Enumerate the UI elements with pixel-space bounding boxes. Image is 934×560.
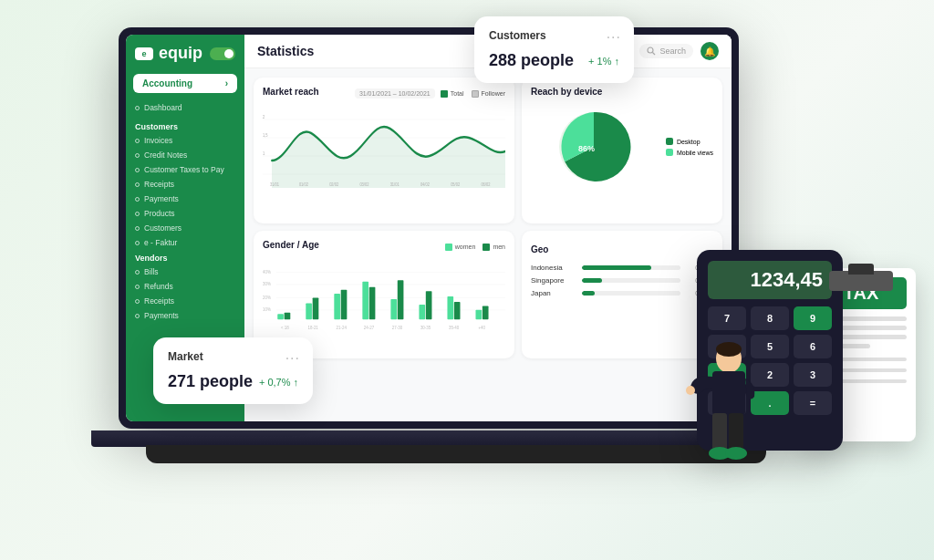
search-bar[interactable]: Search xyxy=(639,44,693,58)
page-title: Statistics xyxy=(257,44,314,58)
svg-text:31/01: 31/01 xyxy=(390,181,400,187)
customers-section-label: Customers xyxy=(126,119,244,133)
svg-text:30-35: 30-35 xyxy=(420,326,431,330)
market-reach-title: Market reach xyxy=(263,87,319,97)
sidebar-item-receipts-vend[interactable]: Receipts xyxy=(126,294,244,308)
svg-rect-36 xyxy=(398,280,404,319)
sidebar-item-payments-cust[interactable]: Payments xyxy=(126,192,244,206)
svg-rect-28 xyxy=(285,313,291,319)
market-reach-card: Market reach 31/01/2021 – 10/02/2021 Tot… xyxy=(254,78,514,223)
svg-rect-42 xyxy=(483,306,489,319)
dot-icon xyxy=(135,197,140,202)
svg-text:+40: +40 xyxy=(478,326,485,330)
sidebar-item-refunds[interactable]: Refunds xyxy=(126,279,244,294)
date-range: 31/01/2021 – 10/02/2021 xyxy=(355,88,435,99)
geo-title: Geo xyxy=(531,244,548,254)
market-card-menu-dots[interactable]: ··· xyxy=(285,350,300,367)
calc-btn-3[interactable]: 3 xyxy=(794,363,832,387)
pie-chart-area: 86% xyxy=(531,106,657,188)
svg-text:2: 2 xyxy=(263,113,265,119)
svg-text:05/02: 05/02 xyxy=(451,181,460,187)
sidebar-item-invoices[interactable]: Invoices xyxy=(126,133,244,148)
vendors-section-label: Vendors xyxy=(126,250,244,264)
svg-rect-37 xyxy=(419,305,425,319)
japan-bar xyxy=(582,291,595,296)
svg-text:21-24: 21-24 xyxy=(337,326,348,330)
sidebar-item-payments-vend[interactable]: Payments xyxy=(126,308,244,323)
logo-icon: e xyxy=(135,47,153,60)
svg-text:30%: 30% xyxy=(263,282,271,286)
clipboard-clip xyxy=(848,264,874,275)
dot-icon xyxy=(135,226,140,231)
svg-text:< 18: < 18 xyxy=(281,326,289,330)
search-icon xyxy=(647,47,656,56)
dot-icon xyxy=(135,153,140,158)
calc-btn-6[interactable]: 6 xyxy=(794,335,832,358)
svg-line-1 xyxy=(653,53,656,56)
men-label: men xyxy=(493,244,505,250)
dot-icon xyxy=(135,270,140,275)
logo-text: equip xyxy=(159,44,202,63)
dot-icon xyxy=(135,182,140,187)
svg-rect-31 xyxy=(334,294,340,319)
customers-change: + 1% ↑ xyxy=(588,56,619,67)
clipboard-clip-holder xyxy=(829,271,893,291)
calc-btn-dot[interactable]: . xyxy=(751,391,789,415)
sidebar-item-dashboard[interactable]: Dashboard xyxy=(126,100,244,115)
sidebar-item-bills[interactable]: Bills xyxy=(126,264,244,279)
gender-age-title: Gender / Age xyxy=(263,240,319,250)
sidebar-item-receipts-cust[interactable]: Receipts xyxy=(126,177,244,192)
svg-point-54 xyxy=(686,386,695,395)
svg-text:02/02: 02/02 xyxy=(329,181,338,187)
chart-header: Market reach 31/01/2021 – 10/02/2021 Tot… xyxy=(263,87,505,100)
follower-legend-dot xyxy=(472,90,479,98)
dot-icon xyxy=(135,314,140,318)
laptop: e equip Accounting › Dashboard Customers xyxy=(119,27,757,502)
market-card-title: Market xyxy=(168,350,298,363)
calc-btn-8[interactable]: 8 xyxy=(751,306,789,330)
calc-display: 1234,45 xyxy=(717,268,823,292)
svg-text:06/02: 06/02 xyxy=(481,181,490,187)
sidebar-item-products[interactable]: Products xyxy=(126,206,244,221)
calc-btn-9[interactable]: 9 xyxy=(794,306,832,330)
men-dot xyxy=(483,244,490,251)
search-text: Search xyxy=(659,47,686,56)
svg-text:1: 1 xyxy=(263,150,265,156)
dashboard-section: Dashboard xyxy=(126,97,244,119)
dot-icon xyxy=(135,241,140,245)
card-menu-dots[interactable]: ··· xyxy=(607,29,621,46)
geo-indonesia: Indonesia 0,70% xyxy=(531,264,713,272)
accounting-button[interactable]: Accounting › xyxy=(133,74,237,93)
logo-area: e equip xyxy=(126,35,244,70)
sidebar-item-efaktur[interactable]: e - Faktur xyxy=(126,235,244,250)
svg-text:86%: 86% xyxy=(578,144,595,153)
pie-chart: 86% xyxy=(553,106,635,188)
sidebar-item-customers[interactable]: Customers xyxy=(126,221,244,235)
svg-rect-56 xyxy=(729,413,743,451)
svg-rect-33 xyxy=(362,282,368,319)
customers-card-title: Customers xyxy=(489,29,619,42)
mobile-label: Mobile views xyxy=(677,150,713,156)
customers-card: ··· Customers 288 people + 1% ↑ xyxy=(474,16,634,83)
calc-btn-7[interactable]: 7 xyxy=(708,306,746,330)
reach-device-card: Reach by device 86% xyxy=(522,78,722,223)
market-card: ··· Market 271 people + 0,7% ↑ xyxy=(153,337,313,404)
women-label: women xyxy=(455,244,476,250)
svg-rect-53 xyxy=(712,371,745,415)
calc-btn-eq[interactable]: = xyxy=(794,391,832,415)
legend-mobile: Mobile views xyxy=(666,149,713,156)
svg-text:1,5: 1,5 xyxy=(263,131,268,138)
calc-btn-2[interactable]: 2 xyxy=(751,363,789,387)
sidebar-item-customer-taxes[interactable]: Customer Taxes to Pay xyxy=(126,162,244,177)
sidebar-toggle[interactable] xyxy=(210,47,235,60)
svg-rect-32 xyxy=(341,290,348,320)
reach-device-title: Reach by device xyxy=(531,87,713,97)
sidebar-item-credit-notes[interactable]: Credit Notes xyxy=(126,148,244,162)
geo-japan: Japan 0,13% xyxy=(531,289,713,297)
notification-icon[interactable]: 🔔 xyxy=(700,42,719,60)
market-change: + 0,7% ↑ xyxy=(259,377,298,388)
follower-legend-label: Follower xyxy=(482,90,505,97)
chart-legend: Total Follower xyxy=(441,90,505,98)
calc-btn-5[interactable]: 5 xyxy=(751,335,789,358)
header-right: Search 🔔 xyxy=(639,42,719,60)
